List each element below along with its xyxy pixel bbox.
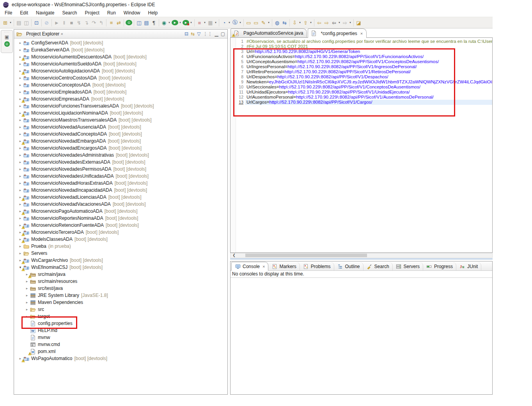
spring-boot-view-icon[interactable]: ⊙ [4, 41, 10, 47]
run-dropdown-icon[interactable]: ▾ [179, 21, 182, 24]
scroll-left-arrow-icon[interactable]: ❮ [232, 253, 236, 258]
coverage-button[interactable]: ► [183, 20, 189, 25]
previous-annotation-button[interactable]: ⇧ [302, 19, 309, 26]
drag-handle[interactable]: ···· [4, 31, 10, 34]
tree-item-microservicionovedadausenciaada[interactable]: ▸MJMicroservicioNovedadAusenciaADA[boot]… [14, 124, 227, 131]
menu-item-edit[interactable]: Edit [16, 9, 32, 16]
view-tab-search[interactable]: Search [364, 262, 393, 270]
menu-item-run[interactable]: Run [103, 9, 120, 16]
tree-item-src-main-java[interactable]: ▸src/main/java [14, 271, 227, 278]
tree-item-wsefinominacsj[interactable]: ▾MJWsEfinominaCSJ[boot] [devtools] [14, 264, 227, 271]
tree-item-microserviciocentrocostosada[interactable]: ▸MJMicroservicioCentroCostosADA[boot] [d… [14, 74, 227, 81]
close-icon[interactable]: × [360, 31, 363, 36]
tree-item-microserviciofuncionestransversalesada[interactable]: ▸MJMicroservicioFuncionesTransversalesAD… [14, 102, 227, 109]
close-icon[interactable]: × [262, 264, 265, 269]
tree-item-microservicionovedadencargosada[interactable]: ▸MJMicroservicioNovedadEncargosADA[boot]… [14, 145, 227, 152]
step-return-button[interactable]: ↰ [98, 19, 105, 26]
boot-dashboard-button[interactable]: ⊙ [126, 20, 132, 25]
externalize-strings-button[interactable]: ⇆ [281, 19, 288, 26]
profile-dropdown-icon[interactable]: ▾ [214, 21, 217, 24]
chevron-right-icon[interactable]: ▸ [18, 167, 23, 171]
tree-item-modelsclassesada[interactable]: ▸MJModelsClassesADA[boot] [devtools] [14, 236, 227, 243]
menu-item-help[interactable]: Help [144, 9, 162, 16]
minimize-icon[interactable]: ▁ [215, 31, 218, 37]
tree-item-src[interactable]: ▸src [14, 306, 227, 313]
chevron-right-icon[interactable]: ▸ [18, 41, 23, 45]
chevron-right-icon[interactable]: ▸ [18, 62, 23, 66]
new-web-wizard-dropdown-icon[interactable]: ▾ [228, 21, 231, 24]
spring-starter-dropdown-icon[interactable]: ▾ [239, 21, 242, 24]
chevron-right-icon[interactable]: ▸ [18, 202, 23, 206]
chevron-right-icon[interactable]: ▸ [24, 293, 30, 297]
annotate-dropdown-icon[interactable]: ▾ [267, 21, 270, 24]
tree-item-wscargararchivo[interactable]: ▸MJWsCargarArchivo[boot] [devtools] [14, 257, 227, 264]
chevron-right-icon[interactable]: ▸ [18, 146, 23, 150]
pin-editor-button[interactable]: ◪ [355, 19, 362, 26]
open-resource-button[interactable]: ▭ [253, 19, 259, 26]
tree-item-microservicionovedadesexternasada[interactable]: ▸MJMicroservicioNovedadesExternasADA[boo… [14, 159, 227, 166]
new-wizard-button[interactable]: ⊞ [2, 19, 9, 26]
tree-item-microserviciomaestrostransversalesada[interactable]: ▸MJMicroservicioMaestrosTransversalesADA… [14, 117, 227, 124]
view-tab-problems[interactable]: Problems [300, 262, 334, 270]
new-web-wizard-button[interactable]: ◔ [221, 19, 227, 26]
back-button[interactable]: ⇦ [331, 19, 337, 26]
chevron-right-icon[interactable]: ▸ [18, 83, 23, 87]
tree-item-microservicioliquidacionnominaada[interactable]: ▸MJMicroservicioLiquidacionNominaADA[boo… [14, 109, 227, 117]
next-annotation-button[interactable]: ⇩ [291, 19, 298, 26]
link-with-editor-icon[interactable]: ⇆ [191, 31, 195, 37]
tree-item-microservicioaumentodescuentosada[interactable]: ▸MJMicroservicioAumentoDescuentosADA[boo… [14, 53, 227, 60]
view-tab-junit[interactable]: JuJUnit [456, 262, 481, 270]
relaunch-button[interactable]: ⇄ [115, 19, 122, 26]
chevron-right-icon[interactable]: ▸ [18, 118, 23, 122]
scrollbar-thumb[interactable] [245, 254, 367, 257]
chevron-right-icon[interactable]: ▸ [18, 251, 23, 255]
forward-button[interactable]: ⇨ [342, 19, 348, 26]
show-whitespace-button[interactable]: ¶ [151, 19, 157, 26]
switch-editor-button[interactable]: ◫ [136, 19, 142, 26]
tree-item-microservicionovedadesunificadasada[interactable]: ▸MJMicroservicioNovedadesUnificadasADA[b… [14, 173, 227, 180]
editor-tab-pagoautomaticoservice-java[interactable]: JPagoAutomaticoService.java [231, 28, 307, 37]
external-tools-dropdown-icon[interactable]: ▾ [203, 21, 206, 24]
chevron-right-icon[interactable]: ▸ [18, 76, 23, 80]
view-tab-console[interactable]: Console× [231, 262, 268, 271]
chevron-right-icon[interactable]: ▸ [24, 300, 30, 304]
resume-button[interactable]: ► [53, 19, 60, 26]
tree-item-src-test-java[interactable]: ▸src/test/java [14, 285, 227, 292]
tree-item-servers[interactable]: ▸Servers [14, 250, 227, 257]
explorer-close-icon[interactable]: × [60, 32, 63, 36]
chevron-right-icon[interactable]: ▸ [24, 307, 30, 311]
chevron-right-icon[interactable]: ▸ [18, 160, 23, 164]
tree-item-microservicionovedadesadministrativas[interactable]: ▸MJMicroservicioNovedadesAdministrativas… [14, 152, 227, 159]
tree-item-microservicionovedadvacacionesada[interactable]: ▸MJMicroservicioNovedadVacacionesADA[boo… [14, 201, 227, 208]
tree-item-microservicioterceroada[interactable]: ▸MJMicroservicioTerceroADA[boot] [devtoo… [14, 229, 227, 236]
tree-item-microservicioempleadosada[interactable]: ▸MJMicroservicioEmpleadosADA[boot] [devt… [14, 88, 227, 95]
maximize-icon[interactable]: ▢ [221, 31, 225, 37]
chevron-right-icon[interactable]: ▸ [18, 181, 23, 185]
coverage-dropdown-icon[interactable]: ▾ [190, 21, 193, 24]
open-web-browser-button[interactable]: ◍ [274, 19, 280, 26]
tree-item-pom-xml[interactable]: Mpom.xml [14, 348, 227, 355]
view-tab-progress[interactable]: Progress [423, 262, 456, 270]
tree-item-microservicionovedadespermisosada[interactable]: ▸MJMicroservicioNovedadesPermisosADA[boo… [14, 166, 227, 173]
tree-item-mvnw[interactable]: mvnw [14, 334, 227, 341]
view-tab-markers[interactable]: Markers [268, 262, 300, 270]
tree-item-microservicionovedadembargoada[interactable]: ▸MJMicroservicioNovedadEmbargoADA[boot] … [14, 138, 227, 145]
terminate-button[interactable]: ■ [68, 19, 75, 26]
external-tools-button[interactable]: ■ [196, 19, 203, 26]
spring-starter-button[interactable]: Ⓢ [232, 19, 238, 26]
previous-annotation-dropdown-icon[interactable]: ▾ [309, 21, 312, 24]
chevron-right-icon[interactable]: ▸ [18, 216, 23, 220]
tree-item-maven-dependencies[interactable]: ▸Maven Dependencies [14, 299, 227, 306]
tree-item-microservicioretencionfuenteada[interactable]: ▸MJMicroservicioRetencionFuenteADA[boot]… [14, 222, 227, 229]
suspend-button[interactable]: ‖ [61, 19, 67, 26]
tree-item-microservicioempresasada[interactable]: ▸MJMicroservicioEmpresasADA[boot] [devto… [14, 95, 227, 102]
chevron-right-icon[interactable]: ▸ [18, 188, 23, 192]
tree-item-src-main-resources[interactable]: ▸src/main/resources [14, 278, 227, 285]
chevron-right-icon[interactable]: ▸ [24, 286, 30, 290]
forward-dropdown-icon[interactable]: ▾ [349, 21, 352, 24]
line-number[interactable]: 1 [236, 39, 243, 44]
chevron-right-icon[interactable]: ▸ [18, 153, 23, 157]
debug-dropdown-icon[interactable]: ▾ [168, 21, 171, 24]
step-into-button[interactable]: ↴ [83, 19, 90, 26]
back-dropdown-icon[interactable]: ▾ [338, 21, 341, 24]
